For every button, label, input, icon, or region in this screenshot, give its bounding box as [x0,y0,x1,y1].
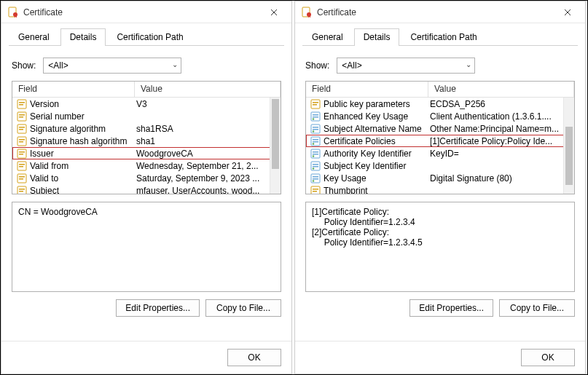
close-button[interactable] [259,4,289,21]
svg-rect-5 [19,102,25,103]
row-field-text: Signature hash algorithm [30,136,127,146]
row-field: Subject Alternative Name [306,124,428,134]
tab-body: Show: <All> ⌄ Field Value VersionV3Seria… [1,46,291,341]
list-row[interactable]: Subjectmfauser, UserAccounts, wood... [12,184,281,194]
svg-rect-40 [313,127,318,128]
show-label: Show: [12,60,36,71]
row-field: Authority Key Identifier [306,149,428,159]
row-value: Client Authentication (1.3.6.1.... [428,111,574,122]
scrollbar[interactable] [270,98,281,194]
window-title: Certificate [23,7,259,17]
window-title: Certificate [317,7,553,17]
list-row[interactable]: VersionV3 [12,98,281,110]
row-field: Valid to [12,173,135,183]
svg-rect-24 [19,178,23,180]
svg-rect-36 [313,114,318,116]
field-list[interactable]: Field Value VersionV3Serial numberSignat… [12,81,281,194]
svg-rect-59 [311,186,320,194]
tab-certification-path[interactable]: Certification Path [107,28,192,46]
column-header-value[interactable]: Value [135,82,281,97]
svg-rect-11 [19,127,25,128]
list-row[interactable]: Subject Alternative NameOther Name:Princ… [306,122,574,135]
list-row[interactable]: IssuerWoodgroveCA [12,147,281,159]
detail-textbox[interactable]: CN = WoodgroveCA [12,202,281,292]
row-field-text: Authority Key Identifier [324,149,412,159]
certificate-icon [301,7,313,18]
close-icon [564,9,571,16]
list-row[interactable]: Serial number [12,110,281,122]
list-row[interactable]: Valid toSaturday, September 9, 2023 ... [12,172,281,184]
svg-rect-6 [19,104,23,106]
scrollbar-thumb[interactable] [272,99,279,169]
list-row[interactable]: Valid fromWednesday, September 21, 2... [12,159,281,172]
ok-button[interactable]: OK [521,349,575,366]
row-value: ECDSA_P256 [428,99,574,109]
list-row[interactable]: Public key parametersECDSA_P256 [306,98,574,110]
svg-point-38 [313,118,315,120]
column-header-field[interactable]: Field [306,82,428,97]
scrollbar-thumb[interactable] [565,127,573,185]
list-body: VersionV3Serial numberSignature algorith… [12,98,281,194]
list-row[interactable]: Signature hash algorithmsha1 [12,135,281,147]
svg-rect-41 [313,129,318,130]
certificate-dialog-right: Certificate General Details Certificatio… [294,1,586,374]
list-header: Field Value [306,82,574,98]
property-icon [17,99,27,109]
list-row[interactable]: Certificate Policies[1]Certificate Polic… [306,135,574,147]
list-row[interactable]: Subject Key Identifier [306,159,574,172]
svg-rect-33 [313,102,318,103]
list-row[interactable]: Thumbprint [306,184,574,194]
copy-to-file-button[interactable]: Copy to File... [499,299,575,317]
button-row: Edit Properties... Copy to File... [305,299,575,317]
show-combobox[interactable]: <All> ⌄ [43,58,181,74]
detail-textbox[interactable]: [1]Certificate Policy: Policy Identifier… [305,202,575,292]
field-list[interactable]: Field Value Public key parametersECDSA_P… [305,81,575,194]
ok-button[interactable]: OK [227,349,281,366]
svg-rect-57 [313,178,318,180]
tab-certification-path[interactable]: Certification Path [401,28,486,46]
row-field: Certificate Policies [306,136,428,146]
edit-properties-button[interactable]: Edit Properties... [116,299,200,317]
tab-details[interactable]: Details [60,28,106,46]
list-body: Public key parametersECDSA_P256Enhanced … [306,98,574,194]
row-field-text: Public key parameters [324,99,410,109]
column-header-value[interactable]: Value [428,82,574,97]
close-button[interactable] [553,4,582,21]
property-icon [17,186,27,194]
property-icon [17,111,27,122]
list-row[interactable]: Enhanced Key UsageClient Authentication … [306,110,574,122]
svg-rect-15 [19,141,23,143]
extension-icon [310,173,321,183]
list-row[interactable]: Key UsageDigital Signature (80) [306,172,574,184]
svg-rect-56 [313,176,318,178]
dialog-footer: OK [295,341,585,374]
scrollbar[interactable] [563,98,574,194]
tab-details[interactable]: Details [354,28,400,46]
svg-rect-12 [19,129,23,130]
row-field: Public key parameters [306,99,428,109]
property-icon [17,149,27,159]
extension-icon [310,124,321,134]
row-field-text: Subject [30,186,59,194]
svg-rect-49 [313,154,318,155]
svg-rect-18 [19,154,23,155]
svg-rect-2 [15,15,15,17]
show-combobox[interactable]: <All> ⌄ [337,58,475,74]
svg-rect-34 [313,104,317,106]
copy-to-file-button[interactable]: Copy to File... [205,299,281,317]
tab-general[interactable]: General [302,28,353,46]
tab-general[interactable]: General [9,28,59,46]
tab-body: Show: <All> ⌄ Field Value Public key par… [295,46,585,341]
svg-point-54 [313,167,315,170]
edit-properties-button[interactable]: Edit Properties... [409,299,493,317]
list-row[interactable]: Authority Key IdentifierKeyID= [306,147,574,159]
list-row[interactable]: Signature algorithmsha1RSA [12,122,281,135]
svg-rect-14 [19,139,25,141]
property-icon [17,173,27,183]
show-label: Show: [305,60,329,71]
row-value: Digital Signature (80) [428,173,574,183]
svg-point-58 [313,180,315,182]
chevron-down-icon: ⌄ [172,60,178,68]
row-field-text: Serial number [30,111,85,122]
column-header-field[interactable]: Field [12,82,135,97]
